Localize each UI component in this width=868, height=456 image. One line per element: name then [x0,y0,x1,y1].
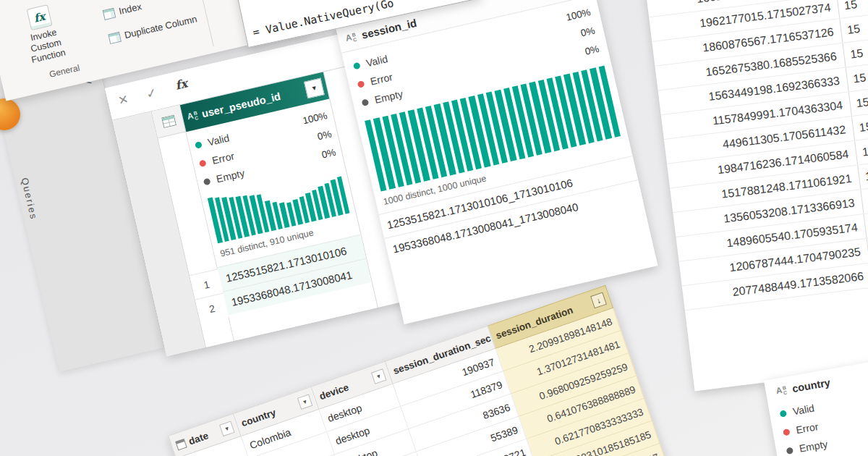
quality-percent: 100% [302,110,328,126]
abc-letter: C [783,390,787,396]
quality-label: Empty [215,167,245,185]
empty-dot [203,177,211,185]
quality-percent: 0% [579,25,595,38]
quality-label: Error [795,421,819,436]
formula-cancel-icon[interactable]: ✕ [116,91,130,109]
invoke-custom-function-label: Invoke Custom Function [18,25,75,68]
column-name-country: country [791,376,831,394]
quality-label: Valid [365,53,389,69]
calendar-icon [175,438,187,450]
duplicate-column-label: Duplicate Column [123,13,197,41]
index-column-label: Index [118,1,142,17]
right-table-body: 1601977015.1715943306151962177015.171502… [640,0,868,311]
abc-letter: C [352,36,357,42]
quality-label: Error [369,71,393,88]
quality-label: Empty [373,88,404,106]
text-type-icon: A B C [775,385,788,397]
quality-label: Error [211,150,236,166]
error-dot [357,80,365,88]
duplicate-column-icon [108,31,122,43]
index-column-button[interactable]: Index [102,1,142,20]
duplicate-column-button[interactable]: Duplicate Column [108,13,198,44]
column-name: date [187,430,210,447]
valid-dot [353,62,361,69]
abc-letter: C [194,115,199,121]
quality-label: Valid [792,402,815,418]
text-type-icon: A B C [186,110,199,122]
index-column-icon [103,7,116,20]
queries-pane-vertical-label[interactable]: Queries [20,177,40,221]
empty-dot [786,447,793,454]
power-query-collage: < Queries fx Invoke Custom Function Inde… [0,0,868,456]
id-list-card: 1601977015.1715943306151962177015.171502… [640,0,868,391]
column-name: device [318,381,350,402]
error-dot [199,159,207,167]
quality-percent: 0% [584,43,600,56]
quality-label: Empty [799,438,829,455]
table-icon [161,115,176,129]
filter-dropdown-icon[interactable]: ▼ [304,78,325,99]
filter-dropdown-icon[interactable]: ▾ [297,394,313,410]
quality-label: Valid [207,132,231,148]
empty-dot [361,98,369,106]
valid-dot [195,141,203,149]
quality-percent: 0% [320,146,336,160]
function-fx-icon: fx [27,4,53,30]
filter-dropdown-icon[interactable]: ▾ [219,421,235,436]
text-type-icon: A B C [344,31,357,43]
formula-check-icon[interactable]: ✓ [145,85,158,102]
valid-dot [780,410,787,417]
formula-fx-icon: fx [174,76,189,92]
quality-percent: 100% [565,7,592,22]
error-dot [783,428,790,435]
sort-descending-icon[interactable]: ↓ [590,292,607,308]
quality-percent: 0% [316,128,332,142]
filter-dropdown-icon[interactable]: ▾ [371,368,387,384]
invoke-custom-function-button[interactable]: fx Invoke Custom Function [12,1,75,68]
